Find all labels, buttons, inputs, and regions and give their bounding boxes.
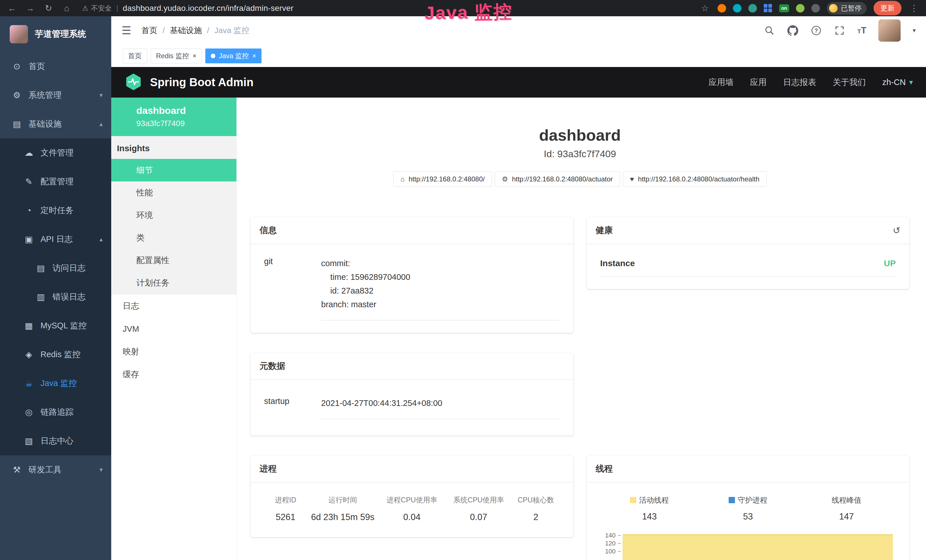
sba-menu-metrics[interactable]: 性能 [111, 182, 236, 204]
user-avatar[interactable] [878, 20, 900, 42]
github-icon[interactable] [787, 25, 799, 36]
browser-actions: ☆ on 已暂停 更新 ⋮ [699, 1, 920, 15]
extension-icon-grid[interactable] [764, 4, 772, 12]
sidebar-item-label: 定时任务 [41, 205, 74, 216]
sidebar-item-tracing[interactable]: ◎ 链路追踪 [0, 398, 111, 427]
sba-instance-block[interactable]: dashboard 93a3fc7f7409 [111, 98, 236, 136]
card-title: 信息 [260, 224, 277, 236]
security-warning[interactable]: ⚠ 不安全 [82, 4, 112, 13]
metadata-value: 2021-04-27T00:44:31.254+08:00 [321, 397, 560, 419]
sidebar-item-dev-tools[interactable]: ⚒ 研发工具 ▾ [0, 455, 111, 484]
sba-menu-scheduled-tasks[interactable]: 计划任务 [111, 272, 236, 294]
bookmark-star-icon[interactable]: ☆ [699, 4, 711, 12]
chrome-update-button[interactable]: 更新 [873, 1, 902, 15]
yellow-square-icon [630, 497, 636, 503]
sidebar-item-api-logs[interactable]: ▣ API 日志 ▴ [0, 225, 111, 254]
metadata-card-header: 元数据 [250, 353, 573, 380]
profile-paused-chip[interactable]: 已暂停 [827, 2, 867, 15]
home-icon[interactable]: ⌂ [61, 4, 73, 12]
sidebar-item-mysql-monitor[interactable]: ▦ MySQL 监控 [0, 311, 111, 340]
app-logo[interactable]: 芋道管理系统 [0, 16, 111, 52]
sba-insights-group: Insights 细节 性能 环境 类 配置属性 计划任务 [111, 136, 236, 295]
hamburger-icon[interactable]: ☰ [121, 24, 131, 37]
chrome-menu-icon[interactable]: ⋮ [908, 4, 920, 12]
sba-menu-caches[interactable]: 缓存 [111, 363, 236, 386]
sba-nav-applications[interactable]: 应用 [750, 77, 767, 88]
breadcrumb-infrastructure[interactable]: 基础设施 [170, 25, 202, 36]
sba-instance-id: 93a3fc7f7409 [136, 119, 231, 128]
extension-icon-dark[interactable] [811, 4, 820, 12]
sidebar-item-redis-monitor[interactable]: ◈ Redis 监控 [0, 340, 111, 369]
sba-menu-jvm[interactable]: JVM [111, 318, 236, 341]
daemon-threads-value: 53 [699, 512, 797, 522]
main-column: ☰ 首页 / 基础设施 / Java 监控 ? [111, 16, 926, 560]
sba-nav-about[interactable]: 关于我们 [833, 77, 866, 88]
process-cpu-value: 0.04 [378, 512, 445, 522]
sba-nav-wallboard[interactable]: 应用墙 [709, 77, 734, 88]
sidebar-item-label: API 日志 [41, 234, 73, 245]
git-branch-line: branch: master [321, 298, 560, 312]
url-text[interactable]: dashboard.yudao.iocoder.cn/infra/admin-s… [123, 4, 294, 13]
sidebar-item-label: Redis 监控 [41, 349, 80, 360]
back-icon[interactable]: ← [6, 4, 18, 12]
chevron-up-icon: ▴ [100, 120, 103, 128]
address-bar[interactable]: ⚠ 不安全 | dashboard.yudao.iocoder.cn/infra… [82, 4, 294, 13]
sidebar-item-java-monitor[interactable]: ☕ Java 监控 [0, 369, 111, 398]
threads-chart-y-axis: 140 120 100 [600, 531, 623, 560]
sba-menu-logs[interactable]: 日志 [111, 295, 236, 318]
sidebar-item-label: 错误日志 [53, 291, 86, 303]
log-icon: ▧ [23, 436, 34, 446]
font-size-icon[interactable]: TT [857, 26, 866, 36]
extension-icon-green[interactable] [748, 4, 757, 12]
sidebar-item-log-center[interactable]: ▧ 日志中心 [0, 427, 111, 455]
close-icon[interactable]: × [192, 52, 197, 60]
close-icon[interactable]: × [252, 52, 256, 60]
sidebar-item-file-management[interactable]: ☁ 文件管理 [0, 138, 111, 167]
sidebar-item-access-logs[interactable]: ▤ 访问日志 [0, 254, 111, 282]
sba-menu-config-props[interactable]: 配置属性 [111, 249, 236, 272]
sidebar-item-label: 链路追踪 [41, 407, 74, 418]
sba-nav-journal[interactable]: 日志报表 [783, 77, 816, 88]
link-health-url[interactable]: ♥ http://192.168.0.2:48080/actuator/heal… [623, 171, 767, 187]
sidebar-item-label: 研发工具 [29, 464, 62, 475]
sba-menu-environment[interactable]: 环境 [111, 204, 236, 227]
sidebar-item-system-management[interactable]: ⚙ 系统管理 ▾ [0, 81, 111, 109]
navbar-actions: ? TT ▾ [764, 20, 916, 42]
sidebar-item-config-management[interactable]: ✎ 配置管理 [0, 167, 111, 196]
history-icon[interactable]: ↺ [893, 225, 900, 236]
extension-on-badge[interactable]: on [779, 4, 789, 12]
info-card-header: 信息 [250, 217, 573, 244]
card-title: 进程 [260, 463, 277, 475]
extension-icon-orange[interactable] [717, 4, 726, 12]
help-icon[interactable]: ? [811, 25, 822, 36]
extension-icon-leaf[interactable] [796, 4, 805, 12]
sidebar-item-scheduled-tasks[interactable]: ◔ 定时任务 [0, 196, 111, 225]
link-actuator-url[interactable]: ⚙ http://192.168.0.2:48080/actuator [495, 171, 620, 187]
sidebar-item-error-logs[interactable]: ▥ 错误日志 [0, 282, 111, 311]
sidebar-item-infrastructure[interactable]: ▤ 基础设施 ▴ [0, 109, 111, 138]
threads-card-body: 活动线程 守护进程 线程峰值 143 53 [587, 483, 910, 560]
legend-peak-threads: 线程峰值 [797, 495, 896, 505]
tab-home[interactable]: 首页 [123, 48, 147, 64]
reload-icon[interactable]: ↻ [43, 4, 54, 12]
sba-menu-details[interactable]: 细节 [111, 159, 236, 182]
search-icon[interactable] [764, 25, 775, 36]
sba-locale-select[interactable]: zh-CN ▾ [882, 77, 913, 87]
sidebar-item-home[interactable]: ⊙ 首页 [0, 52, 111, 81]
health-instance-label: Instance [600, 259, 635, 268]
user-menu-caret-icon[interactable]: ▾ [912, 27, 916, 34]
forward-icon[interactable]: → [24, 4, 36, 12]
tab-label: Redis 监控 [156, 51, 189, 61]
tab-redis-monitor[interactable]: Redis 监控 × [151, 48, 202, 64]
fullscreen-icon[interactable] [834, 25, 845, 36]
process-col-header: 进程ID [264, 495, 307, 505]
extension-icon-teal[interactable] [733, 4, 741, 12]
tab-java-monitor[interactable]: Java 监控 × [205, 48, 262, 64]
clock-icon: ◔ [23, 206, 34, 215]
breadcrumb-home[interactable]: 首页 [141, 25, 157, 36]
sba-menu-mappings[interactable]: 映射 [111, 341, 236, 363]
sba-brand[interactable]: Spring Boot Admin [150, 76, 254, 89]
sba-menu-classes[interactable]: 类 [111, 227, 236, 249]
health-row[interactable]: Instance UP [600, 259, 896, 277]
link-service-url[interactable]: ⌂ http://192.168.0.2:48080/ [393, 171, 492, 187]
